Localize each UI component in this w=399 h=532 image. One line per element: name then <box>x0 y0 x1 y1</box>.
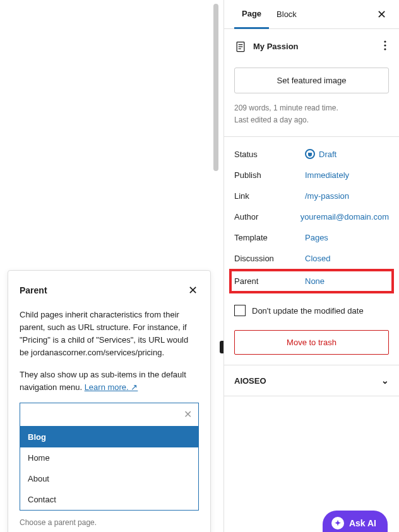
tab-block[interactable]: Block <box>269 1 304 28</box>
tabs: Page Block ✕ <box>224 0 399 29</box>
setting-value-discussion[interactable]: Closed <box>305 254 330 263</box>
setting-value-publish[interactable]: Immediately <box>305 170 349 180</box>
popover-description-2: They also show up as sub-items in the de… <box>20 369 199 394</box>
collapse-handle[interactable] <box>220 341 223 353</box>
setting-value-author[interactable]: youremail@domain.com <box>301 212 389 222</box>
close-icon[interactable]: ✕ <box>374 5 389 24</box>
setting-value-parent[interactable]: None <box>305 276 325 286</box>
page-title: My Passion <box>253 42 375 51</box>
setting-publish: Publish Immediately <box>234 165 389 186</box>
draft-status-icon <box>305 149 315 159</box>
clear-icon[interactable]: ✕ <box>177 408 198 420</box>
settings-list: Status Draft Publish Immediately Link /m… <box>224 137 399 293</box>
ask-ai-label: Ask AI <box>349 518 376 528</box>
svg-point-4 <box>384 40 386 42</box>
helper-text: Choose a parent page. <box>20 518 199 527</box>
parent-combobox: ✕ <box>20 403 199 427</box>
setting-status: Status Draft <box>234 143 389 165</box>
setting-label: Author <box>234 212 301 222</box>
learn-more-link[interactable]: Learn more. ↗ <box>85 382 138 392</box>
parent-option-contact[interactable]: Contact <box>20 489 198 510</box>
popover-header: Parent ✕ <box>20 282 199 299</box>
checkbox-label: Don't update the modified date <box>252 306 364 316</box>
ai-icon: ✦ <box>331 517 344 529</box>
setting-discussion: Discussion Closed <box>234 248 389 269</box>
page-header: My Passion <box>224 29 399 62</box>
ask-ai-button[interactable]: ✦ Ask AI <box>323 511 388 532</box>
popover-title: Parent <box>20 285 47 295</box>
setting-label: Link <box>234 191 305 201</box>
svg-point-5 <box>384 44 386 46</box>
modified-date-option: Don't update the modified date <box>224 293 399 325</box>
more-icon[interactable] <box>381 38 389 55</box>
setting-link: Link /my-passion <box>234 186 389 206</box>
word-count: 209 words, 1 minute read time. <box>234 102 389 114</box>
setting-value-status[interactable]: Draft <box>305 149 336 159</box>
setting-value-template[interactable]: Pages <box>305 233 328 242</box>
setting-parent: Parent None <box>229 269 394 293</box>
svg-point-6 <box>384 48 386 50</box>
setting-value-link[interactable]: /my-passion <box>305 191 349 201</box>
parent-option-home[interactable]: Home <box>20 447 198 468</box>
set-featured-image-button[interactable]: Set featured image <box>234 68 389 93</box>
last-edited: Last edited a day ago. <box>234 114 389 126</box>
parent-popover: Parent ✕ Child pages inherit characteris… <box>8 270 211 532</box>
page-icon <box>234 40 247 53</box>
parent-option-blog[interactable]: Blog <box>20 427 198 447</box>
checkbox-modified-date[interactable] <box>234 305 246 316</box>
meta-info: 209 words, 1 minute read time. Last edit… <box>224 102 399 137</box>
setting-label: Template <box>234 233 305 242</box>
settings-sidebar: Page Block ✕ My Passion Set featured ima… <box>223 0 399 532</box>
parent-search-input[interactable] <box>20 403 177 426</box>
parent-options-list: Blog Home About Contact <box>20 427 199 511</box>
chevron-down-icon: ⌄ <box>381 375 389 386</box>
setting-label: Publish <box>234 170 305 180</box>
setting-author: Author youremail@domain.com <box>234 206 389 227</box>
move-to-trash-button[interactable]: Move to trash <box>234 330 389 355</box>
close-icon[interactable]: ✕ <box>187 282 199 299</box>
popover-description: Child pages inherit characteristics from… <box>20 309 199 360</box>
aioseo-panel[interactable]: AIOSEO ⌄ <box>224 365 399 396</box>
status-text: Draft <box>319 150 336 159</box>
parent-option-about[interactable]: About <box>20 468 198 489</box>
setting-label: Discussion <box>234 254 305 263</box>
setting-template: Template Pages <box>234 227 389 248</box>
tab-page[interactable]: Page <box>234 0 269 29</box>
setting-label: Status <box>234 150 305 159</box>
setting-label: Parent <box>234 276 305 286</box>
scrollbar[interactable] <box>213 4 218 171</box>
aioseo-label: AIOSEO <box>234 376 266 386</box>
